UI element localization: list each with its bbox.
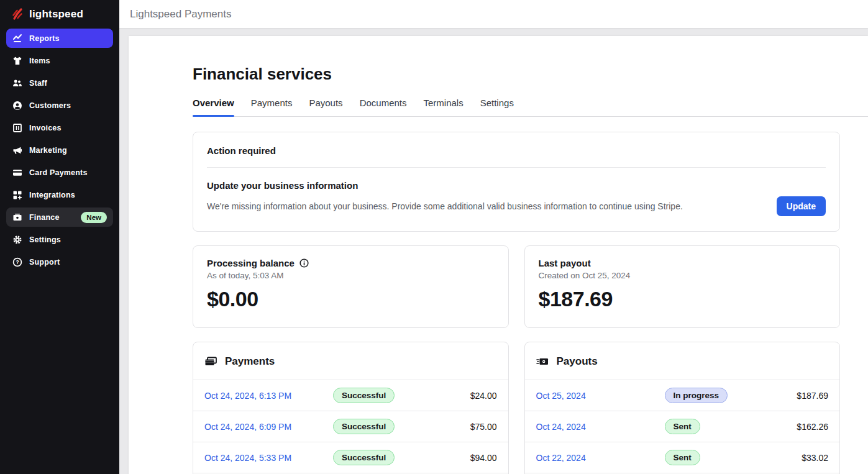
tab-documents[interactable]: Documents — [360, 98, 407, 116]
processing-balance-sub: As of today, 5:03 AM — [207, 271, 495, 280]
sidebar-item-label: Reports — [29, 34, 60, 43]
customer-icon — [12, 101, 22, 111]
payment-row: Oct 24, 2024, 5:33 PM Successful $94.00 — [193, 442, 508, 473]
sidebar-item-label: Staff — [29, 79, 47, 88]
sidebar-item-reports[interactable]: Reports — [6, 29, 113, 48]
payment-row: Oct 24, 2024, 6:13 PM Successful $24.00 — [193, 380, 508, 411]
sidebar-item-integrations[interactable]: Integrations — [6, 185, 113, 204]
integrations-icon — [12, 190, 22, 200]
workspace: Financial services Overview Payments Pay… — [119, 28, 868, 474]
action-description: We're missing information about your bus… — [207, 201, 762, 211]
credit-card-icon — [204, 355, 217, 368]
chart-icon — [12, 34, 22, 43]
invoice-icon — [12, 123, 22, 133]
main-area: Lightspeed Payments Financial services O… — [119, 0, 868, 474]
tab-terminals[interactable]: Terminals — [424, 98, 464, 116]
sidebar-item-label: Integrations — [29, 191, 75, 199]
payout-date-link[interactable]: Oct 24, 2024 — [536, 422, 665, 432]
sidebar-item-settings[interactable]: Settings — [6, 230, 113, 249]
sidebar-item-label: Invoices — [29, 124, 62, 132]
sidebar-item-invoices[interactable]: Invoices — [6, 118, 113, 137]
tab-bar: Overview Payments Payouts Documents Term… — [193, 98, 868, 117]
info-icon[interactable] — [299, 258, 309, 268]
lightspeed-logo[interactable]: lightspeed — [0, 1, 119, 27]
action-required-card: Action required Update your business inf… — [193, 132, 840, 232]
sidebar-nav: Reports Items Staff Customers Invoices — [0, 27, 119, 276]
sidebar-item-card-payments[interactable]: Card Payments — [6, 163, 113, 182]
sidebar-item-marketing[interactable]: Marketing — [6, 140, 113, 160]
tab-payouts[interactable]: Payouts — [309, 98, 342, 116]
last-payout-amount: $187.69 — [539, 287, 826, 311]
payout-amount: $33.02 — [802, 453, 828, 463]
last-payout-label: Last payout — [539, 258, 591, 268]
status-badge: Successful — [333, 419, 395, 434]
payment-date-link[interactable]: Oct 24, 2024, 5:33 PM — [204, 453, 333, 463]
sidebar: lightspeed Reports Items Staff Custome — [0, 0, 119, 474]
page-title: Financial services — [193, 65, 840, 84]
status-badge: Sent — [665, 450, 700, 465]
payment-amount: $24.00 — [470, 391, 497, 401]
payout-amount: $187.69 — [797, 391, 828, 401]
app-title: Lightspeed Payments — [130, 8, 232, 21]
sidebar-item-label: Settings — [29, 235, 61, 244]
payout-date-link[interactable]: Oct 25, 2024 — [536, 391, 665, 401]
tab-settings[interactable]: Settings — [480, 98, 514, 116]
payout-row: Oct 22, 2024 Sent $33.02 — [525, 442, 840, 473]
payment-amount: $94.00 — [470, 453, 497, 463]
action-subtitle: Update your business information — [207, 180, 826, 191]
payout-amount: $162.26 — [797, 422, 828, 432]
sidebar-item-items[interactable]: Items — [6, 51, 113, 70]
divider — [207, 167, 826, 168]
action-required-title: Action required — [207, 145, 826, 156]
tab-payments[interactable]: Payments — [251, 98, 293, 116]
logo-text: lightspeed — [29, 8, 83, 21]
sidebar-item-staff[interactable]: Staff — [6, 73, 113, 93]
sidebar-item-label: Marketing — [29, 146, 67, 155]
credit-card-icon — [12, 168, 22, 178]
last-payout-card: Last payout Created on Oct 25, 2024 $187… — [524, 245, 841, 328]
sidebar-item-support[interactable]: ? Support — [6, 252, 113, 271]
content-panel: Financial services Overview Payments Pay… — [129, 36, 868, 474]
payments-card: Payments Oct 24, 2024, 6:13 PM Successfu… — [193, 342, 509, 474]
top-header-bar: Lightspeed Payments — [119, 0, 868, 28]
payout-row: Oct 25, 2024 In progress $187.69 — [525, 380, 840, 411]
svg-text:?: ? — [16, 259, 19, 265]
staff-icon — [12, 78, 22, 88]
status-badge: Sent — [665, 419, 700, 434]
shirt-icon — [12, 56, 22, 66]
payment-date-link[interactable]: Oct 24, 2024, 6:09 PM — [204, 422, 333, 432]
payout-date-link[interactable]: Oct 22, 2024 — [536, 453, 665, 463]
processing-balance-label: Processing balance — [207, 258, 295, 268]
sidebar-item-label: Support — [29, 258, 60, 267]
processing-balance-card: Processing balance As of today, 5:03 AM … — [193, 245, 509, 328]
status-badge: Successful — [333, 388, 395, 403]
update-button[interactable]: Update — [777, 196, 826, 216]
payment-date-link[interactable]: Oct 24, 2024, 6:13 PM — [204, 391, 333, 401]
payment-row: Oct 24, 2024, 6:09 PM Successful $75.00 — [193, 411, 508, 442]
payments-title: Payments — [225, 355, 275, 368]
processing-balance-amount: $0.00 — [207, 287, 495, 311]
help-icon: ? — [12, 257, 22, 267]
sidebar-item-label: Card Payments — [29, 168, 88, 177]
sidebar-item-label: Items — [29, 57, 50, 65]
payouts-card: Payouts Oct 25, 2024 In progress $187.69… — [524, 342, 841, 474]
status-badge: In progress — [665, 388, 728, 403]
sidebar-item-label: Finance — [29, 213, 60, 222]
payout-row: Oct 24, 2024 Sent $162.26 — [525, 411, 840, 442]
sidebar-item-label: Customers — [29, 101, 71, 110]
sidebar-item-customers[interactable]: Customers — [6, 96, 113, 115]
status-badge: Successful — [333, 450, 395, 465]
new-badge: New — [81, 212, 107, 223]
flame-icon — [11, 7, 24, 21]
last-payout-sub: Created on Oct 25, 2024 — [539, 271, 826, 280]
gear-icon — [12, 235, 22, 245]
banknote-icon — [536, 355, 549, 368]
tab-overview[interactable]: Overview — [193, 98, 234, 116]
payment-amount: $75.00 — [470, 422, 497, 432]
megaphone-icon — [12, 145, 22, 155]
sidebar-item-finance[interactable]: Finance New — [6, 207, 113, 227]
cash-icon — [12, 212, 22, 222]
payouts-title: Payouts — [557, 355, 598, 368]
